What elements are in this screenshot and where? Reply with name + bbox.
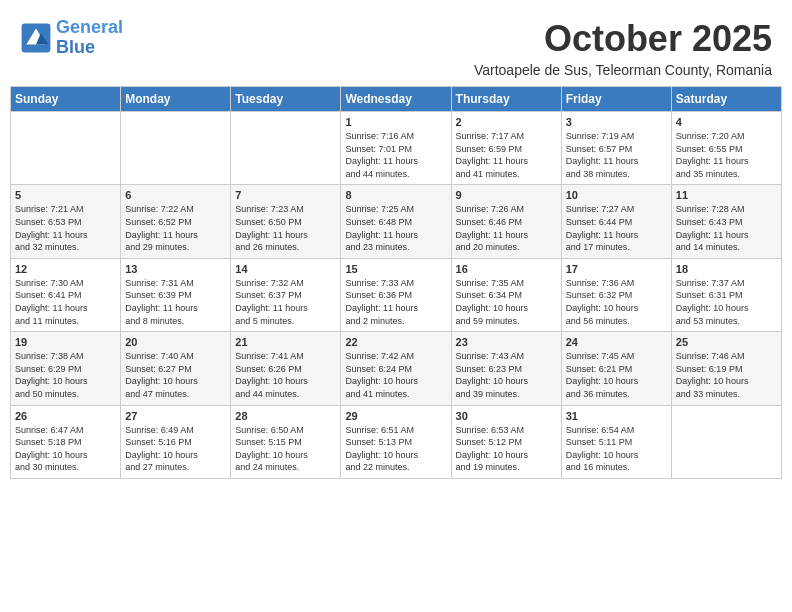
day-number: 7	[235, 189, 336, 201]
day-info: Sunrise: 7:19 AMSunset: 6:57 PMDaylight:…	[566, 130, 667, 180]
day-info: Sunrise: 7:42 AMSunset: 6:24 PMDaylight:…	[345, 350, 446, 400]
day-info: Sunrise: 7:35 AMSunset: 6:34 PMDaylight:…	[456, 277, 557, 327]
page-header: General Blue October 2025 Vartoapele de …	[10, 10, 782, 82]
calendar-cell: 18Sunrise: 7:37 AMSunset: 6:31 PMDayligh…	[671, 258, 781, 331]
logo: General Blue	[20, 18, 123, 58]
day-number: 1	[345, 116, 446, 128]
day-info: Sunrise: 7:23 AMSunset: 6:50 PMDaylight:…	[235, 203, 336, 253]
calendar-cell: 17Sunrise: 7:36 AMSunset: 6:32 PMDayligh…	[561, 258, 671, 331]
calendar-cell: 23Sunrise: 7:43 AMSunset: 6:23 PMDayligh…	[451, 332, 561, 405]
day-number: 26	[15, 410, 116, 422]
calendar-cell: 4Sunrise: 7:20 AMSunset: 6:55 PMDaylight…	[671, 112, 781, 185]
calendar-cell: 7Sunrise: 7:23 AMSunset: 6:50 PMDaylight…	[231, 185, 341, 258]
day-info: Sunrise: 6:54 AMSunset: 5:11 PMDaylight:…	[566, 424, 667, 474]
calendar-cell	[121, 112, 231, 185]
calendar-header-row: SundayMondayTuesdayWednesdayThursdayFrid…	[11, 87, 782, 112]
day-info: Sunrise: 7:30 AMSunset: 6:41 PMDaylight:…	[15, 277, 116, 327]
day-info: Sunrise: 7:27 AMSunset: 6:44 PMDaylight:…	[566, 203, 667, 253]
calendar-cell	[671, 405, 781, 478]
calendar-week-row: 5Sunrise: 7:21 AMSunset: 6:53 PMDaylight…	[11, 185, 782, 258]
day-number: 14	[235, 263, 336, 275]
weekday-header: Saturday	[671, 87, 781, 112]
calendar-cell: 29Sunrise: 6:51 AMSunset: 5:13 PMDayligh…	[341, 405, 451, 478]
day-number: 25	[676, 336, 777, 348]
day-info: Sunrise: 6:47 AMSunset: 5:18 PMDaylight:…	[15, 424, 116, 474]
calendar-cell: 24Sunrise: 7:45 AMSunset: 6:21 PMDayligh…	[561, 332, 671, 405]
day-info: Sunrise: 7:43 AMSunset: 6:23 PMDaylight:…	[456, 350, 557, 400]
weekday-header: Friday	[561, 87, 671, 112]
logo-text: General Blue	[56, 18, 123, 58]
day-info: Sunrise: 7:16 AMSunset: 7:01 PMDaylight:…	[345, 130, 446, 180]
day-info: Sunrise: 6:51 AMSunset: 5:13 PMDaylight:…	[345, 424, 446, 474]
day-number: 30	[456, 410, 557, 422]
calendar-cell: 9Sunrise: 7:26 AMSunset: 6:46 PMDaylight…	[451, 185, 561, 258]
day-number: 17	[566, 263, 667, 275]
day-info: Sunrise: 7:28 AMSunset: 6:43 PMDaylight:…	[676, 203, 777, 253]
calendar-cell: 27Sunrise: 6:49 AMSunset: 5:16 PMDayligh…	[121, 405, 231, 478]
location-subtitle: Vartoapele de Sus, Teleorman County, Rom…	[474, 62, 772, 78]
day-number: 13	[125, 263, 226, 275]
calendar-cell: 12Sunrise: 7:30 AMSunset: 6:41 PMDayligh…	[11, 258, 121, 331]
day-info: Sunrise: 7:20 AMSunset: 6:55 PMDaylight:…	[676, 130, 777, 180]
calendar-table: SundayMondayTuesdayWednesdayThursdayFrid…	[10, 86, 782, 479]
day-number: 21	[235, 336, 336, 348]
day-number: 19	[15, 336, 116, 348]
calendar-week-row: 19Sunrise: 7:38 AMSunset: 6:29 PMDayligh…	[11, 332, 782, 405]
calendar-cell: 22Sunrise: 7:42 AMSunset: 6:24 PMDayligh…	[341, 332, 451, 405]
day-number: 10	[566, 189, 667, 201]
weekday-header: Tuesday	[231, 87, 341, 112]
day-info: Sunrise: 7:37 AMSunset: 6:31 PMDaylight:…	[676, 277, 777, 327]
calendar-week-row: 1Sunrise: 7:16 AMSunset: 7:01 PMDaylight…	[11, 112, 782, 185]
day-number: 5	[15, 189, 116, 201]
calendar-cell: 11Sunrise: 7:28 AMSunset: 6:43 PMDayligh…	[671, 185, 781, 258]
day-info: Sunrise: 7:17 AMSunset: 6:59 PMDaylight:…	[456, 130, 557, 180]
logo-icon	[20, 22, 52, 54]
day-number: 29	[345, 410, 446, 422]
day-info: Sunrise: 7:22 AMSunset: 6:52 PMDaylight:…	[125, 203, 226, 253]
day-number: 16	[456, 263, 557, 275]
calendar-cell: 6Sunrise: 7:22 AMSunset: 6:52 PMDaylight…	[121, 185, 231, 258]
day-number: 4	[676, 116, 777, 128]
calendar-cell: 26Sunrise: 6:47 AMSunset: 5:18 PMDayligh…	[11, 405, 121, 478]
day-number: 24	[566, 336, 667, 348]
calendar-cell: 5Sunrise: 7:21 AMSunset: 6:53 PMDaylight…	[11, 185, 121, 258]
calendar-cell: 1Sunrise: 7:16 AMSunset: 7:01 PMDaylight…	[341, 112, 451, 185]
day-number: 2	[456, 116, 557, 128]
day-number: 23	[456, 336, 557, 348]
weekday-header: Sunday	[11, 87, 121, 112]
day-number: 20	[125, 336, 226, 348]
day-number: 11	[676, 189, 777, 201]
calendar-cell: 25Sunrise: 7:46 AMSunset: 6:19 PMDayligh…	[671, 332, 781, 405]
day-info: Sunrise: 6:53 AMSunset: 5:12 PMDaylight:…	[456, 424, 557, 474]
day-info: Sunrise: 7:38 AMSunset: 6:29 PMDaylight:…	[15, 350, 116, 400]
day-info: Sunrise: 7:46 AMSunset: 6:19 PMDaylight:…	[676, 350, 777, 400]
day-number: 9	[456, 189, 557, 201]
calendar-cell: 3Sunrise: 7:19 AMSunset: 6:57 PMDaylight…	[561, 112, 671, 185]
day-number: 15	[345, 263, 446, 275]
day-info: Sunrise: 7:33 AMSunset: 6:36 PMDaylight:…	[345, 277, 446, 327]
day-info: Sunrise: 7:31 AMSunset: 6:39 PMDaylight:…	[125, 277, 226, 327]
day-number: 28	[235, 410, 336, 422]
month-title: October 2025	[474, 18, 772, 60]
calendar-cell: 8Sunrise: 7:25 AMSunset: 6:48 PMDaylight…	[341, 185, 451, 258]
weekday-header: Wednesday	[341, 87, 451, 112]
calendar-cell: 2Sunrise: 7:17 AMSunset: 6:59 PMDaylight…	[451, 112, 561, 185]
day-number: 31	[566, 410, 667, 422]
day-info: Sunrise: 7:25 AMSunset: 6:48 PMDaylight:…	[345, 203, 446, 253]
calendar-cell: 20Sunrise: 7:40 AMSunset: 6:27 PMDayligh…	[121, 332, 231, 405]
calendar-cell: 15Sunrise: 7:33 AMSunset: 6:36 PMDayligh…	[341, 258, 451, 331]
calendar-cell: 19Sunrise: 7:38 AMSunset: 6:29 PMDayligh…	[11, 332, 121, 405]
day-info: Sunrise: 7:41 AMSunset: 6:26 PMDaylight:…	[235, 350, 336, 400]
day-info: Sunrise: 7:36 AMSunset: 6:32 PMDaylight:…	[566, 277, 667, 327]
day-info: Sunrise: 7:21 AMSunset: 6:53 PMDaylight:…	[15, 203, 116, 253]
day-number: 8	[345, 189, 446, 201]
day-info: Sunrise: 7:32 AMSunset: 6:37 PMDaylight:…	[235, 277, 336, 327]
calendar-cell: 21Sunrise: 7:41 AMSunset: 6:26 PMDayligh…	[231, 332, 341, 405]
day-number: 18	[676, 263, 777, 275]
day-number: 12	[15, 263, 116, 275]
day-number: 3	[566, 116, 667, 128]
day-number: 6	[125, 189, 226, 201]
day-info: Sunrise: 6:49 AMSunset: 5:16 PMDaylight:…	[125, 424, 226, 474]
calendar-week-row: 26Sunrise: 6:47 AMSunset: 5:18 PMDayligh…	[11, 405, 782, 478]
title-area: October 2025 Vartoapele de Sus, Teleorma…	[474, 18, 772, 78]
